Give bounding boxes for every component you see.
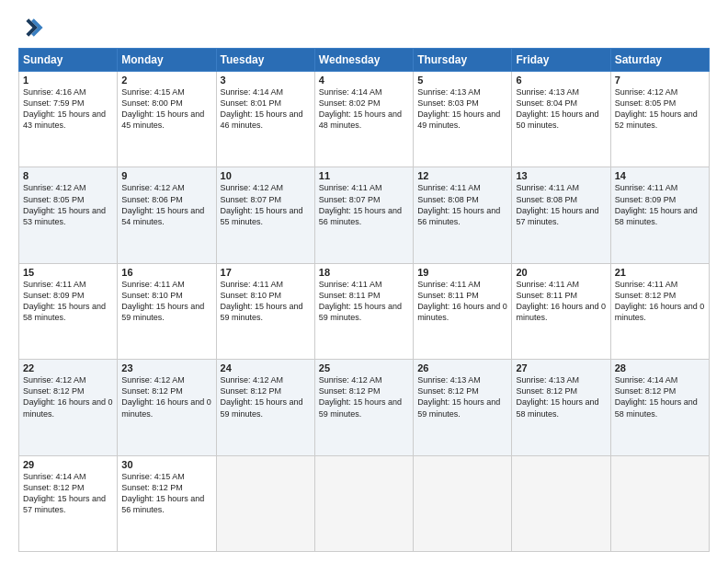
day-number: 16 bbox=[121, 267, 211, 278]
day-number: 2 bbox=[121, 75, 211, 86]
cell-info: Sunrise: 4:11 AMSunset: 8:11 PMDaylight:… bbox=[516, 279, 606, 324]
cell-info: Sunrise: 4:11 AMSunset: 8:11 PMDaylight:… bbox=[319, 279, 409, 324]
day-number: 13 bbox=[516, 170, 606, 181]
calendar-cell bbox=[610, 455, 709, 551]
calendar-cell: 30Sunrise: 4:15 AMSunset: 8:12 PMDayligh… bbox=[118, 455, 216, 551]
day-number: 15 bbox=[23, 267, 113, 278]
calendar-cell: 29Sunrise: 4:14 AMSunset: 8:12 PMDayligh… bbox=[19, 455, 118, 551]
calendar-cell: 19Sunrise: 4:11 AMSunset: 8:11 PMDayligh… bbox=[414, 263, 512, 359]
cell-info: Sunrise: 4:12 AMSunset: 8:06 PMDaylight:… bbox=[121, 182, 211, 227]
cell-info: Sunrise: 4:11 AMSunset: 8:12 PMDaylight:… bbox=[615, 279, 705, 324]
cell-info: Sunrise: 4:13 AMSunset: 8:12 PMDaylight:… bbox=[417, 374, 507, 419]
day-number: 24 bbox=[221, 362, 311, 373]
day-number: 9 bbox=[121, 170, 211, 181]
calendar-cell: 15Sunrise: 4:11 AMSunset: 8:09 PMDayligh… bbox=[19, 263, 118, 359]
weekday-header-wednesday: Wednesday bbox=[314, 49, 413, 72]
header bbox=[18, 15, 710, 40]
calendar-cell bbox=[414, 455, 512, 551]
cell-info: Sunrise: 4:12 AMSunset: 8:12 PMDaylight:… bbox=[221, 374, 311, 419]
calendar-cell: 18Sunrise: 4:11 AMSunset: 8:11 PMDayligh… bbox=[314, 263, 413, 359]
calendar-cell: 22Sunrise: 4:12 AMSunset: 8:12 PMDayligh… bbox=[19, 360, 118, 455]
day-number: 23 bbox=[121, 362, 211, 373]
weekday-header-monday: Monday bbox=[118, 49, 216, 72]
cell-info: Sunrise: 4:15 AMSunset: 8:00 PMDaylight:… bbox=[121, 86, 211, 132]
cell-info: Sunrise: 4:12 AMSunset: 8:12 PMDaylight:… bbox=[121, 374, 211, 419]
logo bbox=[18, 15, 48, 40]
day-number: 25 bbox=[319, 362, 409, 373]
day-number: 19 bbox=[417, 267, 507, 278]
day-number: 29 bbox=[23, 459, 113, 470]
calendar-cell: 7Sunrise: 4:12 AMSunset: 8:05 PMDaylight… bbox=[610, 72, 709, 167]
cell-info: Sunrise: 4:11 AMSunset: 8:10 PMDaylight:… bbox=[221, 279, 311, 324]
cell-info: Sunrise: 4:13 AMSunset: 8:12 PMDaylight:… bbox=[516, 374, 606, 419]
cell-info: Sunrise: 4:13 AMSunset: 8:04 PMDaylight:… bbox=[516, 86, 606, 132]
cell-info: Sunrise: 4:13 AMSunset: 8:03 PMDaylight:… bbox=[417, 86, 507, 132]
calendar-cell bbox=[216, 455, 314, 551]
day-number: 28 bbox=[615, 362, 705, 373]
cell-info: Sunrise: 4:12 AMSunset: 8:07 PMDaylight:… bbox=[221, 182, 311, 227]
cell-info: Sunrise: 4:12 AMSunset: 8:05 PMDaylight:… bbox=[615, 86, 705, 132]
weekday-header-sunday: Sunday bbox=[19, 49, 118, 72]
day-number: 20 bbox=[516, 267, 606, 278]
day-number: 21 bbox=[615, 267, 705, 278]
calendar-cell: 27Sunrise: 4:13 AMSunset: 8:12 PMDayligh… bbox=[512, 360, 610, 455]
weekday-header-tuesday: Tuesday bbox=[216, 49, 314, 72]
cell-info: Sunrise: 4:11 AMSunset: 8:10 PMDaylight:… bbox=[121, 279, 211, 324]
calendar-cell: 11Sunrise: 4:11 AMSunset: 8:07 PMDayligh… bbox=[314, 167, 413, 263]
calendar-cell: 25Sunrise: 4:12 AMSunset: 8:12 PMDayligh… bbox=[314, 360, 413, 455]
cell-info: Sunrise: 4:12 AMSunset: 8:05 PMDaylight:… bbox=[23, 182, 113, 227]
cell-info: Sunrise: 4:14 AMSunset: 8:12 PMDaylight:… bbox=[23, 471, 113, 516]
day-number: 5 bbox=[417, 75, 507, 86]
logo-icon bbox=[18, 15, 44, 40]
calendar-cell: 16Sunrise: 4:11 AMSunset: 8:10 PMDayligh… bbox=[118, 263, 216, 359]
cell-info: Sunrise: 4:12 AMSunset: 8:12 PMDaylight:… bbox=[319, 374, 409, 419]
calendar-cell: 10Sunrise: 4:12 AMSunset: 8:07 PMDayligh… bbox=[216, 167, 314, 263]
calendar-cell: 28Sunrise: 4:14 AMSunset: 8:12 PMDayligh… bbox=[610, 360, 709, 455]
calendar-cell: 3Sunrise: 4:14 AMSunset: 8:01 PMDaylight… bbox=[216, 72, 314, 167]
cell-info: Sunrise: 4:14 AMSunset: 8:02 PMDaylight:… bbox=[319, 86, 409, 132]
day-number: 8 bbox=[23, 170, 113, 181]
cell-info: Sunrise: 4:12 AMSunset: 8:12 PMDaylight:… bbox=[23, 374, 113, 419]
calendar-cell: 14Sunrise: 4:11 AMSunset: 8:09 PMDayligh… bbox=[610, 167, 709, 263]
cell-info: Sunrise: 4:16 AMSunset: 7:59 PMDaylight:… bbox=[23, 86, 113, 132]
day-number: 22 bbox=[23, 362, 113, 373]
cell-info: Sunrise: 4:15 AMSunset: 8:12 PMDaylight:… bbox=[121, 471, 211, 516]
weekday-header-friday: Friday bbox=[512, 49, 610, 72]
calendar-cell: 4Sunrise: 4:14 AMSunset: 8:02 PMDaylight… bbox=[314, 72, 413, 167]
calendar-cell: 21Sunrise: 4:11 AMSunset: 8:12 PMDayligh… bbox=[610, 263, 709, 359]
calendar-cell: 1Sunrise: 4:16 AMSunset: 7:59 PMDaylight… bbox=[19, 72, 118, 167]
calendar-cell bbox=[314, 455, 413, 551]
page: SundayMondayTuesdayWednesdayThursdayFrid… bbox=[0, 0, 728, 563]
calendar-cell: 26Sunrise: 4:13 AMSunset: 8:12 PMDayligh… bbox=[414, 360, 512, 455]
cell-info: Sunrise: 4:11 AMSunset: 8:11 PMDaylight:… bbox=[417, 279, 507, 324]
day-number: 7 bbox=[615, 75, 705, 86]
calendar-cell: 6Sunrise: 4:13 AMSunset: 8:04 PMDaylight… bbox=[512, 72, 610, 167]
day-number: 1 bbox=[23, 75, 113, 86]
day-number: 11 bbox=[319, 170, 409, 181]
day-number: 12 bbox=[417, 170, 507, 181]
calendar-cell: 9Sunrise: 4:12 AMSunset: 8:06 PMDaylight… bbox=[118, 167, 216, 263]
calendar-cell: 2Sunrise: 4:15 AMSunset: 8:00 PMDaylight… bbox=[118, 72, 216, 167]
weekday-header-thursday: Thursday bbox=[414, 49, 512, 72]
day-number: 14 bbox=[615, 170, 705, 181]
day-number: 18 bbox=[319, 267, 409, 278]
calendar-cell: 17Sunrise: 4:11 AMSunset: 8:10 PMDayligh… bbox=[216, 263, 314, 359]
calendar-cell: 12Sunrise: 4:11 AMSunset: 8:08 PMDayligh… bbox=[414, 167, 512, 263]
cell-info: Sunrise: 4:11 AMSunset: 8:08 PMDaylight:… bbox=[417, 182, 507, 227]
day-number: 3 bbox=[221, 75, 311, 86]
cell-info: Sunrise: 4:11 AMSunset: 8:08 PMDaylight:… bbox=[516, 182, 606, 227]
calendar-table: SundayMondayTuesdayWednesdayThursdayFrid… bbox=[18, 48, 710, 552]
cell-info: Sunrise: 4:14 AMSunset: 8:12 PMDaylight:… bbox=[615, 374, 705, 419]
cell-info: Sunrise: 4:11 AMSunset: 8:07 PMDaylight:… bbox=[319, 182, 409, 227]
calendar-cell: 24Sunrise: 4:12 AMSunset: 8:12 PMDayligh… bbox=[216, 360, 314, 455]
calendar-cell bbox=[512, 455, 610, 551]
day-number: 6 bbox=[516, 75, 606, 86]
calendar-cell: 13Sunrise: 4:11 AMSunset: 8:08 PMDayligh… bbox=[512, 167, 610, 263]
weekday-header-saturday: Saturday bbox=[610, 49, 709, 72]
cell-info: Sunrise: 4:11 AMSunset: 8:09 PMDaylight:… bbox=[23, 279, 113, 324]
calendar-cell: 23Sunrise: 4:12 AMSunset: 8:12 PMDayligh… bbox=[118, 360, 216, 455]
cell-info: Sunrise: 4:11 AMSunset: 8:09 PMDaylight:… bbox=[615, 182, 705, 227]
calendar-cell: 8Sunrise: 4:12 AMSunset: 8:05 PMDaylight… bbox=[19, 167, 118, 263]
calendar-cell: 20Sunrise: 4:11 AMSunset: 8:11 PMDayligh… bbox=[512, 263, 610, 359]
day-number: 27 bbox=[516, 362, 606, 373]
